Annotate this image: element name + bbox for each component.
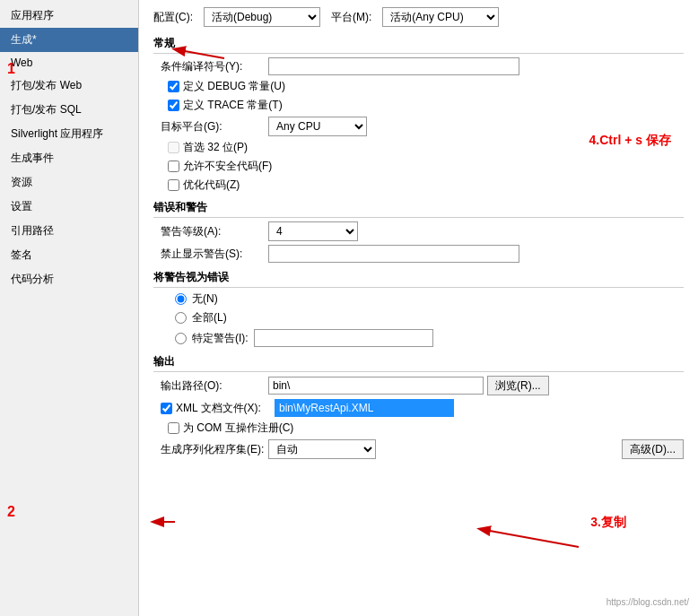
sidebar-item-web[interactable]: Web — [0, 52, 138, 74]
define-trace-row: 定义 TRACE 常量(T) — [153, 98, 684, 113]
annotation-copy: 3.复制 — [590, 515, 626, 531]
errors-section-header: 错误和警告 — [153, 200, 684, 218]
config-select[interactable]: 活动(Debug) Debug Release 所有配置 — [204, 7, 320, 27]
allow-unsafe-checkbox[interactable] — [168, 161, 179, 172]
treat-specific-input[interactable] — [254, 329, 433, 347]
treat-warnings-section-header: 将警告视为错误 — [153, 270, 684, 288]
serialization-row: 生成序列化程序集(E): 自动开关 高级(D)... — [153, 439, 684, 459]
serialization-label: 生成序列化程序集(E): — [161, 442, 268, 457]
xml-doc-checkbox[interactable] — [161, 403, 172, 414]
treat-all-radio[interactable] — [175, 312, 187, 324]
xml-doc-row: XML 文档文件(X): — [153, 399, 684, 417]
optimize-row: 优化代码(Z) — [153, 178, 684, 193]
sidebar-item-code-analysis[interactable]: 代码分析 — [0, 267, 138, 291]
define-trace-label: 定义 TRACE 常量(T) — [183, 98, 283, 113]
warning-level-row: 警告等级(A): 01234 — [153, 221, 684, 241]
sidebar-number-2: 2 — [7, 504, 15, 520]
sidebar-item-settings[interactable]: 设置 — [0, 195, 138, 219]
output-path-input[interactable] — [268, 377, 484, 395]
serialization-select[interactable]: 自动开关 — [268, 439, 376, 459]
general-section-header: 常规 — [153, 36, 684, 54]
define-debug-row: 定义 DEBUG 常量(U) — [153, 79, 684, 94]
platform-select[interactable]: 活动(Any CPU) Any CPU x86 x64 — [382, 7, 499, 27]
svg-line-3 — [480, 529, 579, 547]
com-register-label: 为 COM 互操作注册(C) — [183, 421, 293, 436]
sidebar-item-reference-paths[interactable]: 引用路径 — [0, 219, 138, 243]
config-label: 配置(C): — [153, 10, 193, 25]
define-debug-label: 定义 DEBUG 常量(U) — [183, 79, 285, 94]
sidebar-item-signing[interactable]: 签名 — [0, 243, 138, 267]
target-platform-select[interactable]: Any CPU x86 x64 — [268, 117, 367, 136]
watermark: https://blog.csdn.net/ — [606, 597, 689, 607]
com-register-checkbox[interactable] — [168, 422, 179, 434]
prefer32-row: 首选 32 位(P) — [153, 140, 684, 155]
output-section-header: 输出 — [153, 354, 684, 372]
sidebar-item-publish-web[interactable]: 打包/发布 Web — [0, 74, 138, 98]
top-bar: 配置(C): 活动(Debug) Debug Release 所有配置 平台(M… — [153, 7, 684, 27]
xml-doc-label: XML 文档文件(X): — [176, 401, 275, 416]
sidebar-item-silverlight[interactable]: Silverlight 应用程序 — [0, 122, 138, 146]
allow-unsafe-label: 允许不安全代码(F) — [183, 159, 272, 174]
target-platform-label: 目标平台(G): — [161, 119, 268, 134]
treat-specific-label: 特定警告(I): — [192, 331, 249, 346]
sidebar-item-build[interactable]: 生成* — [0, 28, 138, 52]
target-platform-row: 目标平台(G): Any CPU x86 x64 — [153, 117, 684, 136]
suppress-warnings-row: 禁止显示警告(S): — [153, 245, 684, 263]
sidebar: 1 2 应用程序 生成* Web 打包/发布 Web 打包/发布 SQL Sil… — [0, 0, 139, 616]
treat-none-label: 无(N) — [192, 291, 218, 307]
suppress-warnings-label: 禁止显示警告(S): — [161, 247, 268, 262]
treat-specific-row: 特定警告(I): — [153, 329, 684, 347]
warning-level-label: 警告等级(A): — [161, 224, 268, 239]
output-path-row: 输出路径(O): 浏览(R)... — [153, 376, 684, 395]
platform-label: 平台(M): — [331, 10, 371, 25]
content-area: 配置(C): 活动(Debug) Debug Release 所有配置 平台(M… — [139, 0, 698, 616]
advanced-button[interactable]: 高级(D)... — [622, 439, 684, 459]
com-register-row: 为 COM 互操作注册(C) — [153, 421, 684, 436]
xml-doc-input[interactable] — [275, 399, 454, 417]
sidebar-number-1: 1 — [7, 61, 15, 77]
browse-button[interactable]: 浏览(R)... — [487, 376, 549, 395]
treat-all-label: 全部(L) — [192, 310, 227, 325]
sidebar-item-resources[interactable]: 资源 — [0, 170, 138, 195]
sidebar-item-publish-sql[interactable]: 打包/发布 SQL — [0, 98, 138, 122]
output-path-label: 输出路径(O): — [161, 378, 268, 394]
sidebar-item-build-events[interactable]: 生成事件 — [0, 146, 138, 170]
suppress-warnings-input[interactable] — [268, 245, 519, 263]
allow-unsafe-row: 允许不安全代码(F) — [153, 159, 684, 174]
conditional-symbols-row: 条件编译符号(Y): — [153, 57, 684, 75]
define-debug-checkbox[interactable] — [168, 81, 179, 92]
prefer32-checkbox[interactable] — [168, 142, 179, 153]
conditional-symbols-input[interactable] — [268, 57, 519, 75]
treat-none-radio[interactable] — [175, 293, 187, 305]
treat-none-row: 无(N) — [153, 291, 684, 307]
treat-all-row: 全部(L) — [153, 310, 684, 325]
optimize-checkbox[interactable] — [168, 179, 179, 191]
optimize-label: 优化代码(Z) — [183, 178, 240, 193]
define-trace-checkbox[interactable] — [168, 100, 179, 111]
warning-level-select[interactable]: 01234 — [268, 221, 358, 241]
treat-specific-radio[interactable] — [175, 333, 187, 344]
sidebar-item-applications[interactable]: 应用程序 — [0, 4, 138, 28]
prefer32-label: 首选 32 位(P) — [183, 140, 248, 155]
conditional-symbols-label: 条件编译符号(Y): — [161, 59, 268, 74]
